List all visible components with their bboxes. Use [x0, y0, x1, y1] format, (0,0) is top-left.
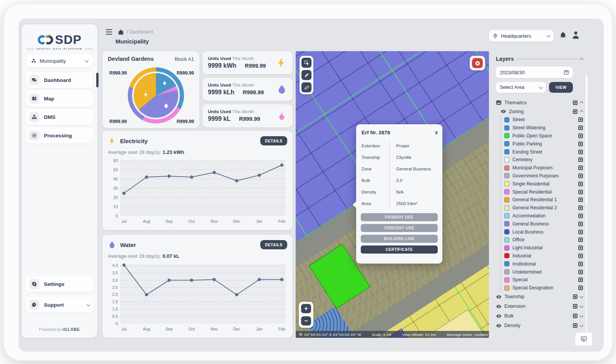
layer-toggle[interactable]	[578, 182, 583, 186]
layer-item[interactable]: General Business	[504, 220, 583, 228]
measure-tool-button[interactable]	[301, 82, 311, 92]
layer-item[interactable]: Single Residential	[504, 180, 583, 188]
chevron-down-icon[interactable]	[580, 294, 584, 298]
primary-use-button[interactable]: PRIMARY USE	[361, 213, 438, 221]
select-tool-button[interactable]	[301, 58, 311, 68]
layer-item[interactable]: Existing Street	[504, 148, 583, 156]
select-area-dropdown[interactable]: Select Area	[496, 82, 546, 93]
chevron-up-icon[interactable]	[580, 101, 584, 105]
draw-tool-button[interactable]	[301, 70, 311, 80]
layer-item[interactable]: General Residential 1	[504, 196, 583, 204]
eye-icon[interactable]	[496, 304, 502, 309]
tree-node-bulk[interactable]: Bulk	[496, 311, 583, 321]
layer-toggle[interactable]	[578, 230, 583, 234]
chevron-up-icon[interactable]	[580, 110, 584, 114]
bell-icon[interactable]	[560, 32, 566, 39]
layer-toggle[interactable]	[578, 142, 583, 146]
layer-item[interactable]: Street Widening	[504, 124, 583, 132]
water-details-button[interactable]: DETAILS	[260, 240, 287, 249]
eye-icon[interactable]	[496, 294, 502, 300]
layer-toggle[interactable]	[578, 222, 583, 226]
layer-item[interactable]: General Residential 2	[504, 204, 583, 212]
user-avatar-icon[interactable]	[572, 31, 579, 39]
layer-item[interactable]: Special Designation	[504, 284, 583, 292]
stat-card-water[interactable]: Units Used This Month 9999 kLh R999.99	[203, 78, 293, 101]
layer-toggle[interactable]	[578, 117, 583, 122]
layer-toggle[interactable]	[573, 304, 578, 309]
date-picker[interactable]: 2023/08/30	[496, 67, 573, 78]
scrollbar-thumb[interactable]	[586, 76, 588, 203]
municipality-selector[interactable]: Municipality	[27, 55, 92, 67]
breadcrumb[interactable]: / Dashboard	[127, 29, 153, 35]
tree-node-extension[interactable]: Extension	[496, 302, 583, 311]
layer-item[interactable]: Special Residential	[504, 188, 583, 196]
map-view[interactable]: + − Erf Nr. 2878 X ExtentionProperTownsh…	[296, 51, 489, 338]
monitor-icon[interactable]	[581, 336, 587, 342]
tree-node-thematics[interactable]: Thematics	[496, 98, 583, 107]
layer-item[interactable]: Special	[504, 276, 583, 284]
layer-item[interactable]: Light Industrial	[504, 244, 583, 252]
layer-toggle[interactable]	[578, 270, 583, 274]
layer-item[interactable]: Local Business	[504, 228, 583, 236]
layer-toggle[interactable]	[578, 150, 583, 154]
stat-card-gas[interactable]: Units Used This Month 9999 kL R999.99	[203, 104, 293, 127]
layer-toggle[interactable]	[578, 237, 583, 242]
layer-item[interactable]: Office	[504, 236, 583, 244]
sidebar-item-map[interactable]: Map	[25, 90, 94, 107]
layer-toggle[interactable]	[578, 190, 583, 194]
tree-node-zoning[interactable]: Zoning	[500, 107, 583, 116]
tree-node-township[interactable]: Township	[496, 292, 583, 302]
zoom-in-button[interactable]: +	[301, 304, 311, 314]
zoom-out-button[interactable]: −	[301, 316, 311, 326]
layer-toggle[interactable]	[578, 165, 583, 170]
layer-toggle[interactable]	[573, 314, 578, 318]
layer-item[interactable]: Institutional	[504, 260, 583, 268]
popup-close-button[interactable]: X	[435, 130, 438, 135]
layer-item[interactable]: Street	[504, 116, 583, 124]
view-button[interactable]: VIEW	[549, 82, 573, 93]
panel-scrollbar[interactable]	[586, 76, 588, 341]
layer-toggle[interactable]	[578, 254, 583, 258]
location-selector[interactable]: Headquarters	[489, 30, 554, 42]
layer-toggle[interactable]	[573, 323, 578, 328]
map-close-button[interactable]	[472, 58, 483, 68]
chevron-down-icon[interactable]	[580, 304, 584, 308]
building-line-button[interactable]: BUILDING LINE	[361, 235, 438, 243]
layer-toggle[interactable]	[573, 100, 578, 105]
layer-toggle[interactable]	[578, 157, 583, 162]
layer-item[interactable]: Accommedation	[504, 212, 583, 220]
layer-toggle[interactable]	[578, 245, 583, 250]
layer-item[interactable]: Cemetery	[504, 156, 583, 164]
electricity-details-button[interactable]: DETAILS	[260, 136, 287, 145]
chevron-down-icon[interactable]	[580, 314, 584, 317]
layer-item[interactable]: Undetermined	[504, 268, 583, 276]
home-icon[interactable]	[118, 30, 124, 35]
layer-item[interactable]: Municipal Purposes	[504, 164, 583, 172]
layer-toggle[interactable]	[578, 125, 583, 130]
layer-toggle[interactable]	[578, 277, 583, 282]
layer-item[interactable]: Industrial	[504, 252, 583, 260]
layer-toggle[interactable]	[578, 286, 583, 290]
stat-card-electricity[interactable]: Units Used This Month 9999 kWh R999.99	[203, 51, 293, 74]
consumption-donut-chart[interactable]	[128, 67, 184, 124]
chevron-down-icon[interactable]	[580, 323, 584, 327]
layer-toggle[interactable]	[578, 262, 583, 266]
layer-toggle[interactable]	[578, 174, 583, 178]
water-line-chart[interactable]: 00.51.01.52.02.53.03.54.0JulAugSepOctNov…	[107, 261, 288, 334]
sidebar-item-support[interactable]: ? Support	[25, 297, 94, 313]
layer-item[interactable]: Public Open Space	[504, 132, 583, 140]
layer-toggle[interactable]	[578, 205, 583, 210]
layer-toggle[interactable]	[578, 134, 583, 138]
sidebar-item-processing[interactable]: Processing	[25, 127, 94, 144]
sidebar-item-dms[interactable]: DMS	[25, 109, 94, 125]
tree-node-density[interactable]: Density	[496, 321, 583, 331]
eye-icon[interactable]	[496, 323, 502, 329]
eye-icon[interactable]	[500, 109, 506, 114]
certificate-button[interactable]: CERTIFICATE	[361, 245, 438, 254]
menu-icon[interactable]	[106, 29, 112, 35]
layer-item[interactable]: Government Purposes	[504, 172, 583, 180]
sidebar-item-settings[interactable]: Settings	[25, 276, 94, 292]
electricity-line-chart[interactable]: 0102030405060JulAugSepOctNovDecJanFeb	[107, 157, 288, 226]
sidebar-item-dashboard[interactable]: Dashboard	[25, 72, 94, 88]
layer-item[interactable]: Public Parking	[504, 140, 583, 148]
